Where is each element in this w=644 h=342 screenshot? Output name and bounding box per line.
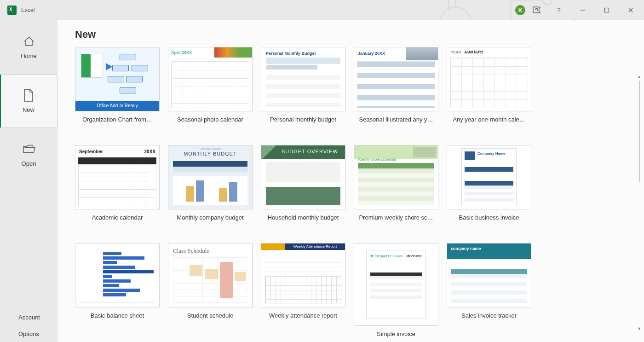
template-label: Basic business invoice: [447, 214, 531, 221]
template-label: Basic balance sheet: [75, 312, 160, 319]
nav-new-label: New: [23, 106, 34, 113]
template-label: Seasonal illustrated any y…: [354, 116, 438, 123]
template-thumb: Personal Monthly Budget: [261, 47, 345, 111]
template-thumb: Class Schedule: [168, 243, 253, 307]
template-monthly-company-budget[interactable]: CANDID GROUP MONTHLY BUDGET Monthly comp…: [168, 145, 253, 221]
template-thumb: CANDID GROUP MONTHLY BUDGET: [168, 145, 253, 209]
nav-home[interactable]: Home: [0, 20, 58, 74]
vertical-scrollbar[interactable]: ▲ ▼: [637, 75, 642, 333]
template-label: Simple invoice: [354, 330, 438, 337]
help-button[interactable]: ?: [548, 0, 569, 20]
template-organization-chart[interactable]: Office Add-In Ready Organization Chart f…: [75, 47, 160, 123]
template-thumb: Weekly Attendance Report: [261, 243, 345, 307]
template-label: Household monthly budget: [261, 214, 345, 221]
template-thumb: Weekly chore schedule: [354, 145, 438, 209]
scroll-down-arrow[interactable]: ▼: [637, 326, 642, 333]
template-student-schedule[interactable]: Class Schedule Student schedule: [168, 243, 253, 337]
scroll-thumb[interactable]: [639, 81, 640, 182]
main-panel: New Office Add-In Ready Organization Cha…: [58, 20, 644, 342]
template-label: Premium weekly chore sc…: [354, 214, 438, 221]
template-grid: Office Add-In Ready Organization Chart f…: [75, 47, 644, 337]
template-simple-invoice[interactable]: ✽ Elegant Embrace INVOICE Simple invoice: [354, 243, 438, 337]
backstage-nav: Home New Open Account Options: [0, 20, 58, 342]
nav-divider: [8, 305, 49, 305]
template-thumb: [75, 243, 160, 307]
restore-button[interactable]: [596, 0, 617, 20]
template-thumb: company name: [447, 243, 531, 307]
template-household-monthly-budget[interactable]: BUDGET OVERVIEW Household monthly budget: [261, 145, 345, 221]
title-bar: Excel K ?: [0, 0, 644, 20]
template-label: Monthly company budget: [168, 214, 253, 221]
svg-rect-6: [605, 8, 609, 12]
template-academic-calendar[interactable]: September 20XX Academic calendar: [75, 145, 160, 221]
template-label: Any year one-month cale…: [447, 116, 531, 123]
titlebar-right-cluster: K ?: [515, 0, 641, 20]
template-label: Seasonal photo calendar: [168, 116, 253, 123]
template-any-year-calendar[interactable]: YEAR JANUARY Any year one-month cale…: [447, 47, 531, 123]
template-thumb: January 20XX: [354, 47, 438, 111]
app-name: Excel: [21, 7, 34, 13]
excel-app-icon: [7, 6, 17, 15]
template-thumb: Office Add-In Ready: [75, 47, 160, 111]
nav-open-label: Open: [22, 160, 36, 167]
coming-soon-icon[interactable]: [528, 0, 546, 20]
new-file-icon: [22, 89, 35, 102]
svg-point-4: [537, 12, 538, 12]
template-basic-balance-sheet[interactable]: Basic balance sheet: [75, 243, 160, 337]
nav-account[interactable]: Account: [0, 309, 58, 325]
template-label: Organization Chart from…: [75, 116, 160, 123]
template-label: Student schedule: [168, 312, 253, 319]
open-folder-icon: [23, 143, 35, 156]
template-seasonal-photo-calendar[interactable]: April 20XX Seasonal photo calendar: [168, 47, 253, 123]
nav-home-label: Home: [21, 52, 37, 59]
template-thumb: YEAR JANUARY: [447, 47, 531, 111]
close-button[interactable]: [620, 0, 641, 20]
template-thumb: April 20XX: [168, 47, 253, 111]
template-scroll-area: Office Add-In Ready Organization Chart f…: [58, 47, 644, 342]
svg-rect-3: [533, 7, 539, 13]
template-basic-business-invoice[interactable]: Company Name Basic business invoice: [447, 145, 531, 221]
template-label: Weekly attendance report: [261, 312, 345, 319]
nav-open[interactable]: Open: [0, 128, 58, 182]
template-personal-monthly-budget[interactable]: Personal Monthly Budget Personal monthly…: [261, 47, 345, 123]
home-icon: [23, 35, 35, 48]
template-weekly-chore-schedule[interactable]: Weekly chore schedule Premium weekly cho…: [354, 145, 438, 221]
nav-bottom: Account Options: [0, 305, 58, 342]
template-label: Personal monthly budget: [261, 116, 345, 123]
scroll-track[interactable]: [638, 81, 641, 326]
nav-new[interactable]: New: [0, 74, 58, 128]
template-thumb: Company Name: [447, 145, 531, 209]
user-avatar[interactable]: K: [515, 5, 525, 15]
template-weekly-attendance-report[interactable]: Weekly Attendance Report Weekly attendan…: [261, 243, 345, 337]
scroll-up-arrow[interactable]: ▲: [637, 75, 642, 81]
minimize-button[interactable]: [572, 0, 593, 20]
template-label: Sales invoice tracker: [447, 312, 531, 319]
template-seasonal-illustrated-calendar[interactable]: January 20XX Seasonal illustrated any y…: [354, 47, 438, 123]
nav-options[interactable]: Options: [0, 325, 58, 342]
template-label: Academic calendar: [75, 214, 160, 221]
page-title: New: [58, 20, 644, 47]
template-sales-invoice-tracker[interactable]: company name Sales invoice tracker: [447, 243, 531, 337]
template-thumb: September 20XX: [75, 145, 160, 209]
template-thumb: BUDGET OVERVIEW: [261, 145, 345, 209]
addin-badge: Office Add-In Ready: [75, 101, 159, 111]
template-thumb: ✽ Elegant Embrace INVOICE: [354, 243, 438, 326]
